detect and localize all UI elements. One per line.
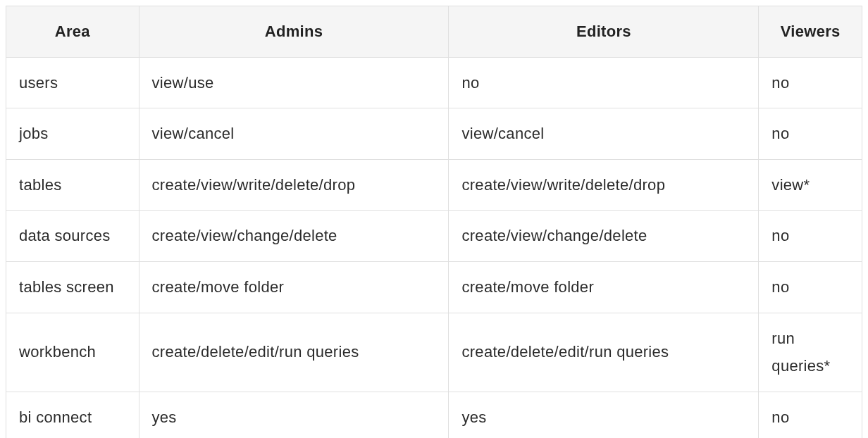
cell-area: data sources (6, 211, 140, 262)
table-row: bi connect yes yes no (6, 392, 862, 438)
table-row: workbench create/delete/edit/run queries… (6, 313, 862, 392)
cell-admins: view/use (139, 57, 449, 108)
cell-viewers: view* (759, 159, 862, 211)
cell-viewers: no (759, 211, 862, 262)
cell-editors: create/view/write/delete/drop (449, 159, 759, 211)
cell-editors: no (449, 57, 759, 108)
cell-area: bi connect (6, 392, 140, 438)
table-header-admins: Admins (139, 6, 449, 58)
table-header-area: Area (6, 6, 140, 58)
table-row: users view/use no no (6, 57, 862, 108)
cell-admins: create/view/write/delete/drop (139, 159, 449, 211)
cell-admins: view/cancel (139, 108, 449, 160)
cell-admins: create/delete/edit/run queries (139, 313, 449, 392)
cell-area: workbench (6, 313, 140, 392)
table-row: tables create/view/write/delete/drop cre… (6, 159, 862, 211)
cell-editors: create/delete/edit/run queries (449, 313, 759, 392)
cell-editors: yes (449, 392, 759, 438)
cell-area: users (6, 57, 140, 108)
cell-viewers: no (759, 392, 862, 438)
cell-admins: yes (139, 392, 449, 438)
cell-viewers: no (759, 108, 862, 160)
cell-viewers: no (759, 57, 862, 108)
cell-viewers: no (759, 261, 862, 313)
table-row: jobs view/cancel view/cancel no (6, 108, 862, 160)
cell-editors: create/move folder (449, 261, 759, 313)
table-header-viewers: Viewers (759, 6, 862, 58)
table-row: data sources create/view/change/delete c… (6, 211, 862, 262)
cell-area: tables screen (6, 261, 140, 313)
cell-viewers: run queries* (759, 313, 862, 392)
table-header-row: Area Admins Editors Viewers (6, 6, 862, 58)
table-row: tables screen create/move folder create/… (6, 261, 862, 313)
cell-area: tables (6, 159, 140, 211)
cell-editors: create/view/change/delete (449, 211, 759, 262)
cell-area: jobs (6, 108, 140, 160)
cell-admins: create/view/change/delete (139, 211, 449, 262)
cell-editors: view/cancel (449, 108, 759, 160)
table-header-editors: Editors (449, 6, 759, 58)
cell-admins: create/move folder (139, 261, 449, 313)
permissions-table: Area Admins Editors Viewers users view/u… (6, 6, 862, 438)
